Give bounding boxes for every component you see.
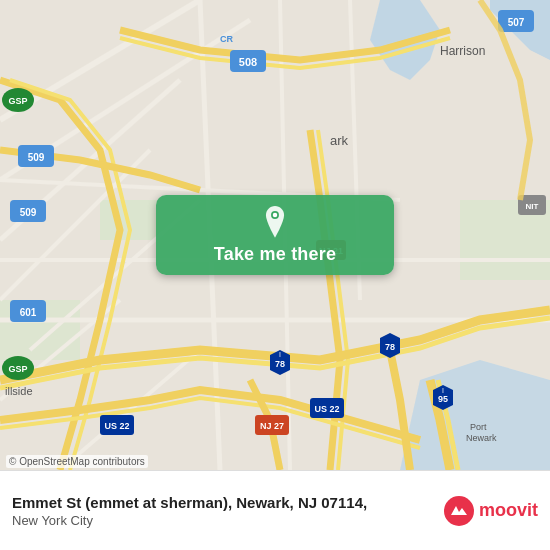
svg-text:95: 95 (438, 394, 448, 404)
osm-credit: © OpenStreetMap contributors (6, 455, 148, 468)
svg-text:CR: CR (220, 34, 233, 44)
bottom-bar: Emmet St (emmet at sherman), Newark, NJ … (0, 470, 550, 550)
moovit-logo-text: moovit (479, 500, 538, 521)
svg-text:Newark: Newark (466, 433, 497, 443)
svg-point-59 (273, 212, 278, 217)
svg-text:illside: illside (5, 385, 33, 397)
address-block: Emmet St (emmet at sherman), Newark, NJ … (12, 493, 433, 528)
svg-text:NIT: NIT (526, 202, 539, 211)
svg-text:78: 78 (275, 359, 285, 369)
svg-text:507: 507 (508, 17, 525, 28)
location-pin-icon (261, 206, 289, 240)
svg-text:ark: ark (330, 133, 349, 148)
svg-text:GSP: GSP (8, 364, 27, 374)
moovit-logo: moovit (443, 495, 538, 527)
svg-text:509: 509 (20, 207, 37, 218)
take-me-there-button[interactable]: Take me there (156, 195, 394, 275)
svg-text:601: 601 (20, 307, 37, 318)
svg-text:NJ 27: NJ 27 (260, 421, 284, 431)
svg-text:US 22: US 22 (104, 421, 129, 431)
svg-point-60 (444, 496, 474, 526)
moovit-logo-icon (443, 495, 475, 527)
svg-text:I: I (442, 387, 444, 394)
svg-text:Harrison: Harrison (440, 44, 485, 58)
svg-text:509: 509 (28, 152, 45, 163)
svg-text:GSP: GSP (8, 96, 27, 106)
address-main: Emmet St (emmet at sherman), Newark, NJ … (12, 493, 433, 513)
svg-text:US 22: US 22 (314, 404, 339, 414)
take-me-there-label: Take me there (214, 244, 336, 265)
address-sub: New York City (12, 513, 433, 528)
svg-text:508: 508 (239, 56, 257, 68)
svg-text:Port: Port (470, 422, 487, 432)
svg-text:78: 78 (385, 342, 395, 352)
svg-text:I: I (279, 351, 281, 358)
